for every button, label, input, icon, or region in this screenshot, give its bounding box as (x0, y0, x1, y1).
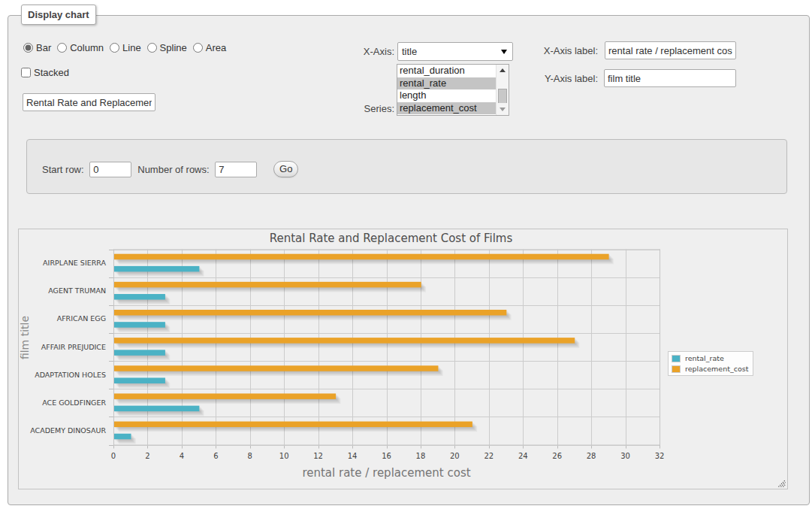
scrollbar-thumb[interactable] (498, 89, 507, 104)
chart-type-radiogroup: BarColumnLineSplineArea (23, 41, 232, 54)
bar-replacement_cost (114, 422, 472, 428)
bar-replacement_cost (114, 365, 438, 371)
chart-title-input[interactable] (23, 93, 155, 111)
x-tick-label: 16 (376, 452, 398, 460)
y-axis-title: film title (19, 285, 31, 390)
chart-type-label-area: Area (206, 42, 226, 53)
go-button[interactable]: Go (273, 161, 298, 177)
scroll-down-button[interactable] (497, 103, 509, 115)
y-axis-label-label: Y-Axis label: (526, 73, 598, 84)
bar-replacement_cost (114, 254, 609, 260)
chart-legend: rental_ratereplacement_cost (668, 351, 753, 376)
scroll-up-icon (500, 68, 506, 72)
bar-replacement_cost (114, 393, 336, 399)
bar-replacement_cost (114, 338, 575, 344)
series-option-replacement_cost[interactable]: replacement_cost (397, 102, 496, 115)
bar-rental_rate (114, 377, 165, 383)
x-tick-label: 2 (136, 452, 158, 460)
chart-type-label-line: Line (122, 42, 141, 53)
legend-swatch (672, 355, 681, 362)
display-chart-legend: Display chart (21, 5, 96, 25)
stacked-row: Stacked (21, 66, 69, 78)
start-row-input[interactable] (89, 162, 131, 177)
bar-rental_rate (114, 266, 199, 272)
x-tick-label: 0 (102, 452, 125, 460)
chart-container: Rental Rate and Replacement Cost of Film… (18, 229, 788, 489)
x-axis-label: X-Axis: (335, 46, 394, 57)
series-option-rental_duration[interactable]: rental_duration (397, 65, 496, 77)
category-label: ADAPTATION HOLES (23, 371, 106, 379)
chart-type-radio-bar[interactable] (23, 43, 33, 53)
number-of-rows-input[interactable] (215, 162, 257, 177)
bar-rental_rate (114, 322, 165, 328)
category-label: AFRICAN EGG (23, 314, 106, 323)
category-label: ACE GOLDFINGER (23, 398, 106, 407)
x-tick-label: 8 (239, 452, 261, 460)
chart-type-label-column: Column (70, 42, 104, 53)
x-tick-label: 12 (307, 452, 330, 460)
series-listbox[interactable]: rental_durationrental_ratelengthreplacem… (397, 64, 509, 116)
legend-item: rental_rate (672, 354, 748, 362)
category-label: AIRPLANE SIERRA (23, 259, 106, 267)
x-tick-label: 20 (443, 452, 466, 460)
category-label: ACADEMY DINOSAUR (23, 426, 106, 435)
x-tick-label: 14 (341, 452, 364, 460)
series-option-rental_rate[interactable]: rental_rate (397, 77, 496, 90)
scroll-down-icon (500, 108, 506, 111)
category-label: AGENT TRUMAN (23, 286, 106, 295)
chart-type-radio-column[interactable] (57, 43, 67, 53)
bar-replacement_cost (114, 310, 506, 316)
rows-panel: Start row: Number of rows: Go (26, 139, 787, 194)
stacked-checkbox[interactable] (21, 68, 31, 77)
resize-handle-icon[interactable] (777, 478, 786, 487)
y-axis-label-input[interactable] (604, 69, 736, 87)
x-axis-label-label: X-Axis label: (526, 45, 598, 56)
legend-label: replacement_cost (685, 365, 748, 373)
x-axis-selected-value: title (402, 46, 417, 57)
x-tick-label: 4 (171, 452, 193, 460)
x-tick-label: 32 (648, 452, 671, 460)
x-tick-label: 10 (273, 452, 295, 460)
chart-type-radio-line[interactable] (110, 43, 119, 53)
bar-replacement_cost (114, 282, 421, 288)
series-scrollbar[interactable] (496, 65, 509, 115)
category-label: AFFAIR PREJUDICE (23, 343, 106, 351)
x-tick-label: 26 (546, 452, 569, 460)
bar-rental_rate (114, 294, 165, 300)
x-axis-title: rental rate / replacement cost (113, 466, 660, 480)
start-row-label: Start row: (42, 164, 84, 175)
chart-type-radio-spline[interactable] (147, 43, 157, 53)
scroll-up-button[interactable] (497, 65, 509, 77)
x-axis-select[interactable]: title (397, 42, 513, 61)
x-tick-label: 22 (478, 452, 500, 460)
legend-swatch (672, 365, 681, 373)
bar-rental_rate (114, 434, 131, 440)
legend-item: replacement_cost (672, 365, 748, 373)
x-tick-label: 6 (204, 452, 227, 460)
x-axis-label-input[interactable] (605, 41, 736, 59)
chart-type-label-spline: Spline (160, 42, 187, 53)
legend-label: rental_rate (685, 354, 724, 362)
bar-rental_rate (114, 406, 199, 412)
x-tick-label: 18 (409, 452, 432, 460)
x-tick-label: 30 (614, 452, 637, 460)
stacked-label: Stacked (34, 67, 69, 78)
series-label: Series: (335, 103, 394, 114)
x-tick-label: 24 (512, 452, 534, 460)
bar-rental_rate (114, 350, 165, 356)
number-of-rows-label: Number of rows: (137, 164, 209, 175)
series-option-length[interactable]: length (397, 89, 496, 102)
x-tick-label: 28 (580, 452, 602, 460)
dropdown-arrow-icon (501, 50, 507, 54)
chart-type-radio-area[interactable] (193, 43, 203, 53)
chart-type-label-bar: Bar (36, 42, 51, 53)
